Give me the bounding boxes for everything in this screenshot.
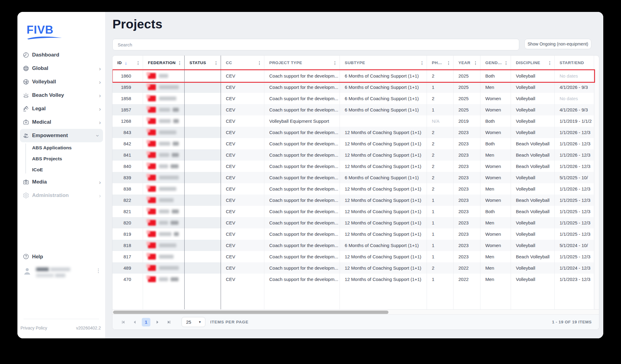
prev-page-button[interactable] (130, 318, 139, 327)
cell-value: Volleyball (516, 107, 535, 112)
column-header-label: YEAR (458, 60, 470, 65)
cell-value: 2023 (458, 164, 469, 169)
column-header-status[interactable]: STATUS⋮ (184, 56, 221, 70)
column-header-cc[interactable]: CC⋮ (221, 56, 264, 70)
column-header-phase[interactable]: PHASE⋮ (427, 56, 454, 70)
table-row[interactable]: 842CEVCoach support for the developm...1… (112, 138, 594, 149)
cell-value: Coach support for the developm... (269, 254, 338, 259)
table-row[interactable]: 820CEVCoach support for the developm...1… (112, 217, 594, 228)
cell-subtype: 12 Months of Coaching Support (1+1) (340, 149, 427, 161)
sidebar-item-media[interactable]: Media› (17, 175, 105, 189)
cell-value: Beach Volleyball (516, 198, 549, 203)
project-id: 822 (123, 198, 131, 203)
column-menu-kebab-icon[interactable]: ⋮ (502, 60, 508, 65)
table-row[interactable]: 840CEVCoach support for the developm...1… (112, 161, 594, 172)
column-header-discipline[interactable]: DISCIPLINE⋮ (511, 56, 555, 70)
sidebar-subitem-abs-applications[interactable]: ABS Applications (17, 142, 105, 153)
search-input[interactable] (112, 39, 519, 50)
sidebar-bottom: Help ⋮ Privacy Policy (17, 250, 105, 338)
sidebar-subitem-icoe[interactable]: ICoE (17, 164, 105, 175)
cell-start_end: 1/1/2025 - 12/3 (555, 251, 594, 262)
dropdown-caret-icon: ▼ (198, 320, 201, 324)
cell-year: 2025 (454, 70, 480, 82)
column-header-project-type[interactable]: PROJECT TYPE⋮ (264, 56, 340, 70)
items-per-page-label: ITEMS PER PAGE (210, 320, 248, 324)
table-row[interactable]: 817CEVCoach support for the developm...1… (112, 251, 594, 262)
cell-value: Volleyball (516, 265, 535, 271)
sidebar-item-beach-volley[interactable]: Beach Volley› (17, 89, 105, 102)
sidebar-item-administration[interactable]: Administration› (17, 189, 105, 202)
table-row[interactable]: 1268CEVVolleyball Equipment SupportN/A20… (112, 115, 594, 127)
column-header-id[interactable]: ID↓⋮ (112, 56, 143, 70)
table-row[interactable]: 841CEVCoach support for the developm...1… (112, 149, 594, 161)
table-row[interactable]: 470CEVCoach support for the developm...1… (112, 274, 594, 285)
cell-discipline: Beach Volleyball (511, 206, 555, 217)
table-row[interactable]: 821CEVCoach support for the developm...1… (112, 206, 594, 217)
page-number-button[interactable]: 1 (142, 318, 150, 326)
show-ongoing-button[interactable]: Show Ongoing (non-equipment) (524, 39, 591, 49)
sidebar-item-global[interactable]: Global› (17, 62, 105, 75)
column-header-gender[interactable]: GENDER⋮ (480, 56, 511, 70)
column-menu-kebab-icon[interactable]: ⋮ (546, 60, 552, 65)
privacy-policy-link[interactable]: Privacy Policy (20, 326, 47, 330)
column-header-subtype[interactable]: SUBTYPE⋮ (340, 56, 427, 70)
sidebar-item-empowerment[interactable]: Empowerment› (20, 129, 103, 142)
sidebar-item-medical[interactable]: Medical› (17, 115, 105, 129)
filler-cell (264, 285, 340, 309)
pager: 1 25 ▼ ITEMS PER PAGE 1 - 19 OF 19 ITEMS (112, 314, 599, 329)
horizontal-scrollbar-thumb[interactable] (113, 311, 388, 314)
next-page-button[interactable] (153, 318, 162, 327)
cell-value: 5/1/2025 - 10/ (560, 175, 588, 180)
sidebar-item-dashboard[interactable]: Dashboard (17, 48, 105, 62)
help-button[interactable]: Help (17, 250, 105, 263)
table-row[interactable]: 819CEVCoach support for the developm...1… (112, 228, 594, 240)
user-menu-kebab-icon[interactable]: ⋮ (96, 266, 101, 273)
sidebar-item-legal[interactable]: Legal› (17, 102, 105, 115)
table-row[interactable]: 818CEVCoach support for the developm...6… (112, 240, 594, 251)
column-menu-kebab-icon[interactable]: ⋮ (418, 60, 424, 65)
vertical-scrollbar[interactable] (594, 70, 599, 309)
page-size-select[interactable]: 25 ▼ (182, 317, 205, 327)
cell-phase: 2 (427, 138, 454, 149)
table-row[interactable]: 1858CEVCoach support for the developm...… (112, 93, 594, 104)
first-page-button[interactable] (119, 318, 128, 327)
cell-subtype: 12 Months of Coaching Support (1+1) (340, 127, 427, 138)
cell-value: 4/1/2026 - 9/3 (560, 85, 588, 90)
sidebar-item-label: Empowerment (32, 133, 68, 139)
column-menu-kebab-icon[interactable]: ⋮ (445, 60, 451, 65)
sidebar-item-volleyball[interactable]: Volleyball› (17, 75, 105, 89)
table-row[interactable]: 839CEVCoach support for the developm...6… (112, 172, 594, 183)
column-menu-kebab-icon[interactable]: ⋮ (472, 60, 478, 65)
table-row[interactable]: 822CEVCoach support for the developm...1… (112, 195, 594, 206)
cell-status (184, 149, 221, 161)
table-row[interactable]: 843CEVCoach support for the developm...1… (112, 127, 594, 138)
cell-value: 6 Months of Coaching Support (1+1) (345, 73, 419, 78)
last-page-button[interactable] (164, 318, 174, 327)
cell-start_end: 4/1/2026 - 9/3 (555, 82, 594, 93)
column-menu-kebab-icon[interactable]: ⋮ (134, 60, 140, 65)
column-header-start-end[interactable]: START/END (555, 56, 594, 70)
cell-year: 2019 (454, 115, 480, 127)
project-id: 843 (123, 130, 131, 135)
column-header-year[interactable]: YEAR⋮ (454, 56, 480, 70)
sidebar-subitem-abs-projects[interactable]: ABS Projects (17, 153, 105, 164)
filler-cell (555, 285, 594, 309)
user-account[interactable]: ⋮ (17, 263, 105, 282)
federation-flag-redacted (148, 186, 156, 192)
table-row[interactable]: 1859CEVCoach support for the developm...… (112, 82, 594, 93)
column-menu-kebab-icon[interactable]: ⋮ (176, 60, 182, 65)
cell-value: 2025 (458, 107, 469, 112)
cell-status (184, 251, 221, 262)
column-menu-kebab-icon[interactable]: ⋮ (255, 60, 262, 65)
fivb-logo[interactable]: FIVB (27, 24, 63, 40)
table-row[interactable]: 1860CEVCoach support for the developm...… (112, 70, 594, 82)
column-menu-kebab-icon[interactable]: ⋮ (331, 60, 337, 65)
table-row[interactable]: 838CEVCoach support for the developm...1… (112, 183, 594, 195)
table-row[interactable]: 489CEVCoach support for the developm...1… (112, 262, 594, 274)
table-row[interactable]: 1857CEVCoach support for the developm...… (112, 104, 594, 115)
column-header-federation[interactable]: FEDERATION⋮ (143, 56, 185, 70)
cell-value: Volleyball (516, 220, 535, 225)
cell-federation (143, 161, 185, 172)
column-menu-kebab-icon[interactable]: ⋮ (212, 60, 218, 65)
cell-value: 1 (432, 243, 434, 248)
